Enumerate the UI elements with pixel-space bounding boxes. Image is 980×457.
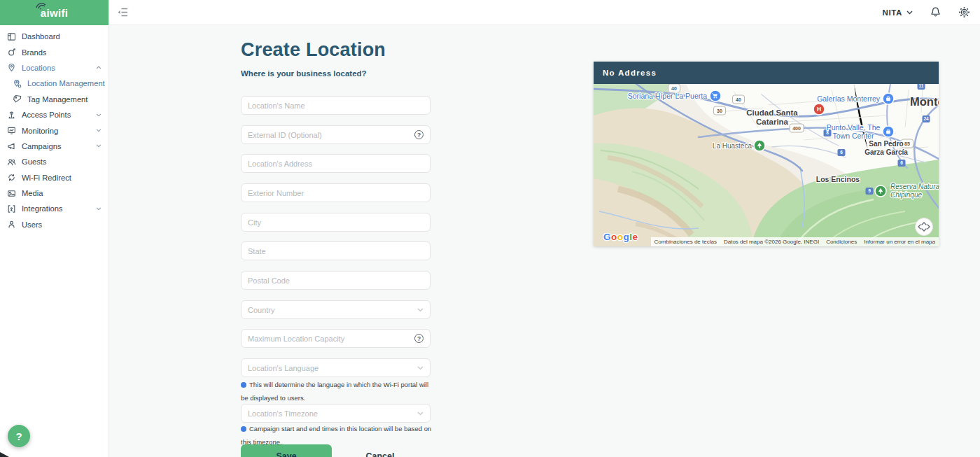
chevron-down-icon [417, 412, 424, 416]
country-select-placeholder: Country [248, 306, 417, 314]
chevron-down-icon [96, 113, 102, 117]
sidebar-toggle-icon[interactable] [118, 8, 128, 17]
keyboard-shortcuts-link[interactable]: Combinaciones de teclas [651, 239, 720, 245]
park-tree-poi-icon [754, 140, 765, 151]
address-input[interactable] [248, 160, 424, 168]
sidebar-item-guests[interactable]: Guests [0, 154, 108, 169]
chevron-down-icon [96, 207, 102, 211]
sidebar-item-users[interactable]: Users [0, 217, 108, 232]
sidebar-item-access-points[interactable]: Access Points [0, 107, 108, 122]
sidebar-item-dashboard[interactable]: Dashboard [0, 29, 108, 44]
svg-text:Monterrey: Monterrey [910, 95, 939, 108]
exterior-number-input[interactable] [248, 189, 424, 197]
city-field[interactable] [241, 213, 430, 232]
timezone-select-placeholder: Location's Timezone [248, 409, 417, 418]
map-pan-control[interactable] [916, 218, 933, 236]
sidebar-item-campaigns[interactable]: Campaigns [0, 139, 108, 154]
svg-text:30: 30 [717, 108, 722, 113]
svg-text:Galerías Monterrey: Galerías Monterrey [817, 94, 881, 103]
timezone-select[interactable]: Location's Timezone [241, 404, 430, 423]
sidebar-item-location-management[interactable]: Location Management [0, 76, 108, 91]
hospital-poi-icon: H [813, 104, 825, 115]
external-id-help-icon[interactable]: ? [414, 130, 424, 139]
sidebar-item-label: Brands [22, 48, 46, 57]
report-error-link[interactable]: Informar un error en el mapa [860, 239, 939, 245]
topbar-actions: NITA [883, 6, 970, 18]
map-canvas: 40 40 30 400 85 11 24 8 6 6 9 [594, 84, 939, 246]
svg-text:Ciudad Santa: Ciudad Santa [746, 108, 798, 117]
capacity-input[interactable] [248, 335, 414, 343]
sidebar-item-label: Media [22, 189, 43, 197]
app-root: NITA [0, 0, 980, 457]
svg-text:Garza García: Garza García [864, 148, 908, 156]
wifi-arcs-icon [36, 1, 47, 13]
integrations-icon [6, 204, 16, 213]
capacity-help-icon[interactable]: ? [414, 334, 424, 343]
sidebar-item-brands[interactable]: Brands [0, 44, 108, 59]
svg-text:La Huasteca: La Huasteca [713, 142, 752, 150]
location-name-input[interactable] [248, 101, 424, 110]
redirect-arrows-icon [6, 173, 16, 183]
dashboard-icon [6, 31, 16, 41]
svg-text:24: 24 [923, 116, 929, 121]
address-field[interactable] [241, 154, 430, 173]
city-input[interactable] [248, 218, 424, 227]
sidebar: aiwifi Dashboard Brands [0, 0, 109, 457]
save-button[interactable]: Save [241, 444, 332, 457]
chevron-up-icon [96, 66, 102, 69]
sidebar-item-monitoring[interactable]: Monitoring [0, 122, 108, 138]
info-icon [241, 426, 246, 432]
sidebar-item-media[interactable]: Media [0, 185, 108, 201]
image-icon [6, 188, 16, 198]
terms-link[interactable]: Condiciones [822, 239, 860, 245]
language-select[interactable]: Location's Language [241, 358, 430, 377]
help-fab-button[interactable]: ? [8, 425, 30, 447]
svg-text:6: 6 [900, 160, 903, 165]
svg-text:Catarina: Catarina [756, 118, 789, 126]
brands-icon [6, 48, 16, 57]
map-attribution: Combinaciones de teclas Datos del mapa ©… [651, 237, 939, 246]
chevron-down-icon [906, 10, 913, 15]
settings-gear-icon[interactable] [958, 6, 970, 18]
language-select-placeholder: Location's Language [248, 364, 417, 372]
map-status-banner: No Address [594, 62, 939, 84]
megaphone-icon [6, 141, 16, 151]
guests-icon [6, 157, 16, 167]
tag-icon [12, 94, 22, 104]
notifications-bell-icon[interactable] [930, 6, 941, 18]
map-status-text: No Address [603, 69, 657, 77]
postal-code-input[interactable] [248, 276, 424, 285]
capacity-field[interactable]: ? [241, 329, 430, 348]
language-help-text: This will determine the language in whic… [241, 379, 435, 405]
page-subtitle: Where is your business located? [241, 69, 367, 78]
sidebar-item-label: Tag Management [27, 95, 88, 104]
sidebar-item-tag-management[interactable]: Tag Management [0, 92, 108, 107]
location-name-field[interactable] [241, 96, 430, 115]
sidebar-item-label: Wi-Fi Redirect [22, 174, 71, 182]
state-field[interactable] [241, 241, 430, 260]
brand-logo: aiwifi [0, 0, 108, 25]
sidebar-item-integrations[interactable]: Integrations [0, 201, 108, 216]
user-menu[interactable]: NITA [883, 8, 913, 17]
google-map[interactable]: 40 40 30 400 85 11 24 8 6 6 9 [594, 84, 939, 246]
svg-text:40: 40 [736, 97, 741, 102]
chevron-down-icon [417, 308, 424, 312]
access-point-icon [6, 110, 16, 120]
svg-text:Reserva Natural: Reserva Natural [890, 183, 939, 190]
sidebar-item-locations[interactable]: Locations [0, 60, 108, 76]
user-icon [6, 220, 16, 230]
external-id-field[interactable]: ? [241, 125, 430, 144]
country-select[interactable]: Country [241, 300, 430, 319]
shopping-bag-poi-icon [883, 93, 894, 104]
postal-code-field[interactable] [241, 271, 430, 290]
cancel-button[interactable]: Cancel [335, 444, 426, 457]
external-id-input[interactable] [248, 131, 414, 139]
park-tree-poi-icon [875, 185, 886, 197]
sidebar-item-label: Users [22, 220, 42, 229]
sidebar-item-wifi-redirect[interactable]: Wi-Fi Redirect [0, 170, 108, 185]
sidebar-item-label: Guests [22, 157, 46, 166]
chevron-down-icon [96, 129, 102, 132]
exterior-number-field[interactable] [241, 183, 430, 202]
state-input[interactable] [248, 247, 424, 255]
google-logo[interactable]: Google [603, 232, 638, 242]
